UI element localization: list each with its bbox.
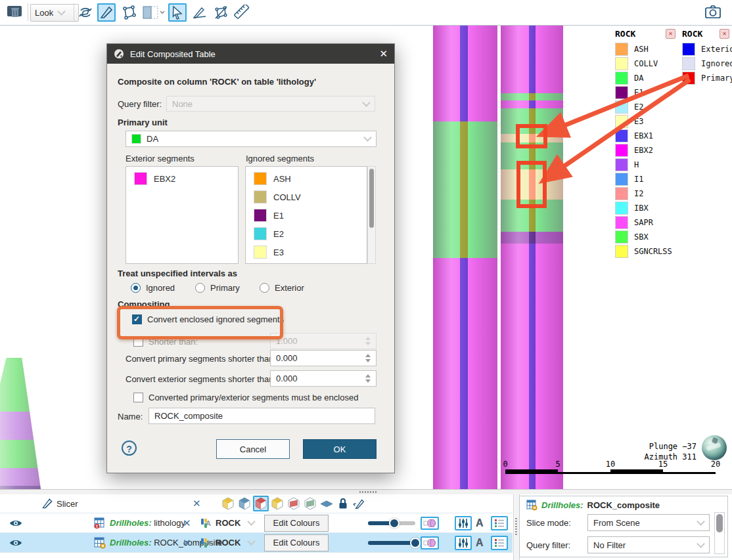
legend-swatch [615, 115, 628, 128]
camera-icon[interactable] [704, 4, 721, 20]
opacity-slider[interactable] [368, 541, 415, 545]
segment-list-item[interactable]: E2 [246, 225, 367, 243]
legend-swatch [682, 72, 695, 85]
legend-item-label: I2 [634, 189, 643, 198]
visibility-eye-icon[interactable] [9, 538, 22, 548]
segment-swatch [254, 227, 267, 240]
slicer-row[interactable]: Slicer ✕ [0, 494, 513, 513]
dialog-icon [114, 49, 124, 59]
orientation-readout: Plunge −37 Azimuth 311 [591, 441, 697, 462]
radio-exterior[interactable]: Exterior [260, 283, 304, 293]
props-query-filter-dropdown[interactable]: No Filter [587, 536, 710, 553]
checkbox-icon[interactable] [133, 393, 143, 402]
shape-list-panel: Slicer ✕ Drillholes: lithology✕AROCKEdit… [0, 494, 732, 560]
cylinder-display-toggle[interactable] [421, 517, 439, 530]
slider-knob[interactable] [410, 538, 421, 548]
lithology-band [501, 232, 563, 244]
legend-item: SAPR [615, 215, 684, 230]
colour-column-dropdown[interactable]: ROCK [216, 518, 240, 528]
slicer-mode-lock-icon[interactable] [335, 496, 351, 511]
look-dropdown[interactable]: Look [30, 4, 79, 22]
edit-colours-button[interactable]: Edit Colours [264, 534, 329, 551]
name-label: Name: [118, 412, 143, 421]
radio-icon[interactable] [131, 283, 141, 293]
ignored-segments-list[interactable]: ASHCOLLVE1E2E3 [245, 166, 367, 264]
props-scrollbar[interactable] [714, 512, 725, 554]
convert-exterior-input[interactable]: 0.000 [270, 370, 377, 387]
draw-slice-line-icon[interactable] [191, 3, 209, 22]
table-gear-icon [526, 500, 538, 511]
column-type-icon: A [200, 538, 212, 548]
slicer-mode-plane-icon[interactable] [302, 496, 318, 511]
segment-list-item[interactable]: E3 [246, 243, 367, 261]
colour-column-dropdown[interactable]: ROCK [216, 538, 240, 548]
cylinder-display-toggle[interactable] [421, 536, 439, 549]
clear-scene-icon[interactable] [5, 3, 25, 22]
name-input[interactable]: ROCK_composite [149, 408, 375, 424]
radio-ignored[interactable]: Ignored [131, 283, 175, 293]
segment-list-item[interactable]: COLLV [246, 188, 367, 206]
remove-icon[interactable]: ✕ [183, 517, 191, 529]
primary-unit-dropdown[interactable]: DA [126, 131, 377, 147]
slice-box-icon[interactable] [141, 3, 166, 22]
composite-summary: Composite on column 'ROCK' on table 'lit… [118, 77, 316, 87]
slicer-mode-cube-icon[interactable] [253, 496, 269, 511]
help-button[interactable]: ? [122, 441, 137, 456]
scrollbar-thumb[interactable] [369, 169, 374, 228]
segment-swatch [134, 172, 147, 185]
convert-primary-input[interactable]: 0.000 [270, 350, 377, 366]
ok-button[interactable]: OK [303, 439, 377, 459]
cancel-button[interactable]: Cancel [216, 439, 290, 459]
props-title-name: ROCK_composite [587, 500, 660, 510]
slicer-tool-icon[interactable] [97, 3, 116, 22]
remove-icon[interactable]: ✕ [183, 537, 191, 549]
slider-knob[interactable] [389, 518, 400, 528]
labels-toggle[interactable]: A [476, 517, 484, 529]
labels-toggle[interactable]: A [476, 537, 484, 549]
exterior-segments-list[interactable]: EBX2 [126, 166, 239, 264]
segment-list-item[interactable]: ASH [246, 169, 367, 188]
visibility-eye-icon[interactable] [9, 519, 22, 528]
legend-item-label: IBX [634, 204, 649, 213]
remove-icon[interactable]: ✕ [193, 498, 201, 509]
scrollbar-thumb[interactable] [716, 514, 723, 532]
legend-toggle[interactable] [491, 516, 508, 530]
select-cursor-icon[interactable] [168, 3, 187, 22]
slicer-mode-cube-icon[interactable] [269, 496, 285, 511]
edit-colours-button[interactable]: Edit Colours [264, 515, 329, 532]
drillholes-lithology-row[interactable]: Drillholes: lithology✕AROCKEdit ColoursA [0, 513, 513, 533]
slicer-mode-flat-icon[interactable] [319, 496, 334, 511]
dialog-titlebar[interactable]: Edit Composited Table ✕ [107, 44, 394, 64]
compass-ball[interactable] [702, 435, 727, 460]
radio-primary[interactable]: Primary [195, 283, 240, 293]
radio-icon[interactable] [195, 283, 205, 293]
legend-close-icon[interactable]: ✕ [666, 29, 675, 39]
slicer-mode-plane-icon[interactable] [286, 496, 302, 511]
filters-toggle[interactable] [455, 516, 472, 530]
legend-swatch [615, 100, 628, 114]
legend-toggle[interactable] [491, 536, 508, 550]
slicer-mode-wand-icon[interactable] [352, 496, 367, 511]
slicer-mode-cube-icon[interactable] [237, 496, 252, 511]
legend-swatch [682, 57, 695, 70]
polygon-tool-icon[interactable] [120, 3, 138, 22]
filters-toggle[interactable] [455, 536, 472, 550]
segment-list-item[interactable]: E1 [246, 206, 367, 225]
dialog-close-icon[interactable]: ✕ [379, 48, 388, 60]
slice-mode-dropdown[interactable]: From Scene [587, 514, 710, 531]
ruler-icon[interactable] [233, 3, 251, 22]
segment-label: COLLV [273, 192, 301, 202]
opacity-slider[interactable] [368, 521, 415, 525]
ignored-list-scrollbar[interactable] [367, 166, 376, 264]
top-toolbar: Look [0, 0, 732, 26]
must-enclosed-checkbox[interactable]: Converted primary/exterior segments must… [133, 393, 358, 402]
drillholes-rock-composite-row[interactable]: Drillholes: ROCK_composite✕AROCKEdit Col… [0, 533, 513, 553]
legend-swatch [615, 129, 628, 142]
legend-close-icon[interactable]: ✕ [720, 29, 729, 39]
rotate-slicer-icon[interactable] [76, 3, 95, 22]
slicer-mode-cube-icon[interactable] [220, 496, 236, 511]
segment-list-item[interactable]: EBX2 [126, 169, 238, 188]
lithology-band [501, 93, 563, 100]
radio-icon[interactable] [260, 283, 269, 293]
polygon-slash-icon[interactable] [212, 3, 230, 22]
